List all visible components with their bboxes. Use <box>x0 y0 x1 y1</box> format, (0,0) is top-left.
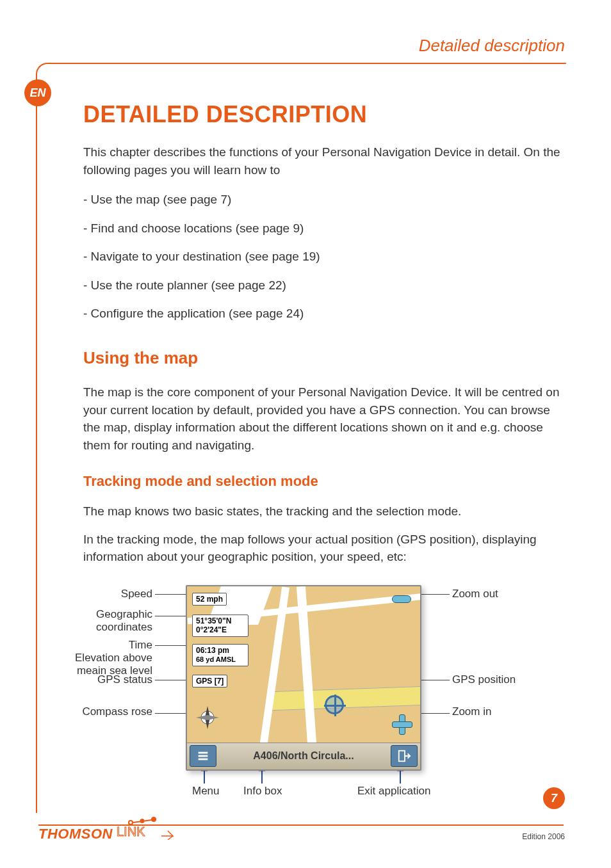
label-coords: Geographic coordinates <box>83 608 152 634</box>
map-elevation: 68 yd AMSL <box>196 655 236 663</box>
svg-point-17 <box>140 819 145 823</box>
label-exit: Exit application <box>357 785 430 798</box>
label-compass: Compass rose <box>64 705 152 718</box>
leader-line <box>155 680 187 680</box>
intro-paragraph: This chapter describes the functions of … <box>83 143 570 179</box>
list-item: - Use the route planner (see page 22) <box>83 277 570 294</box>
list-item: - Find and choose locations (see page 9) <box>83 220 570 237</box>
svg-point-18 <box>151 817 156 822</box>
svg-rect-11 <box>199 752 208 754</box>
map-time: 06:13 pm <box>196 646 229 655</box>
menu-icon <box>196 749 210 763</box>
rule-top <box>47 63 566 64</box>
subsection-body: The map knows two basic states, the trac… <box>83 502 570 520</box>
map-figure: Speed Geographic coordinates Time Elevat… <box>83 579 532 803</box>
map-gps-box: GPS [7] <box>192 675 227 687</box>
subsection-heading: Tracking mode and selection mode <box>83 473 570 490</box>
leader-line <box>421 680 450 680</box>
logo-link-icon: LINK <box>117 823 175 842</box>
label-zoom-in: Zoom in <box>452 705 491 718</box>
subsection-body-2: In the tracking mode, the map follows yo… <box>83 531 570 566</box>
list-item: - Navigate to your destination (see page… <box>83 248 570 266</box>
label-infobox: Info box <box>243 785 282 798</box>
map-lon: 0°2'24"E <box>196 625 227 634</box>
leader-line <box>155 713 187 714</box>
map-bottom-bar: A406/North Circula... <box>187 743 420 769</box>
section-body: The map is the core component of your Pe… <box>83 383 570 454</box>
label-time: Time <box>83 639 152 652</box>
leader-line <box>155 645 187 646</box>
leader-line <box>421 594 450 595</box>
language-badge: EN <box>24 79 51 106</box>
map-speed-box: 52 mph <box>192 593 227 606</box>
compass-rose-icon <box>195 705 220 730</box>
map-lat: 51°35'0"N <box>196 616 231 625</box>
list-item: - Configure the application (see page 24… <box>83 305 570 323</box>
svg-rect-12 <box>199 755 208 757</box>
logo-thomson-text: THOMSON <box>38 826 113 842</box>
label-gps-position: GPS position <box>452 673 516 686</box>
section-heading: Using the map <box>83 348 570 368</box>
svg-rect-13 <box>199 759 208 760</box>
zoom-in-button[interactable] <box>392 714 411 734</box>
zoom-out-button[interactable] <box>392 595 411 603</box>
header-chapter-title: Detailed description <box>419 36 565 56</box>
leader-line <box>421 713 450 714</box>
label-menu: Menu <box>192 785 220 798</box>
svg-rect-14 <box>399 751 405 762</box>
svg-marker-10 <box>196 715 219 720</box>
svg-text:LINK: LINK <box>117 824 145 839</box>
page-title: DETAILED DESCRIPTION <box>83 101 570 128</box>
rule-vertical <box>36 96 37 813</box>
edition-text: Edition 2006 <box>522 832 565 841</box>
map-screenshot: 52 mph 51°35'0"N 0°2'24"E 06:13 pm 68 yd… <box>186 585 421 771</box>
label-zoom-out: Zoom out <box>452 588 498 600</box>
leader-line <box>155 594 187 595</box>
map-infobox-text: A406/North Circula... <box>219 750 388 762</box>
exit-icon <box>397 749 411 763</box>
page-number-badge: 7 <box>543 787 565 809</box>
map-coords-box: 51°35'0"N 0°2'24"E <box>192 615 248 637</box>
menu-button[interactable] <box>190 745 216 767</box>
label-gps-status: GPS status <box>83 673 152 686</box>
gps-position-marker-icon <box>325 695 344 714</box>
brand-logo: THOMSON LINK <box>38 823 175 842</box>
content-area: DETAILED DESCRIPTION This chapter descri… <box>83 101 570 803</box>
leader-line <box>155 616 187 616</box>
map-time-box: 06:13 pm 68 yd AMSL <box>192 644 248 666</box>
exit-button[interactable] <box>391 745 418 767</box>
list-item: - Use the map (see page 7) <box>83 191 570 209</box>
label-speed: Speed <box>83 588 152 600</box>
